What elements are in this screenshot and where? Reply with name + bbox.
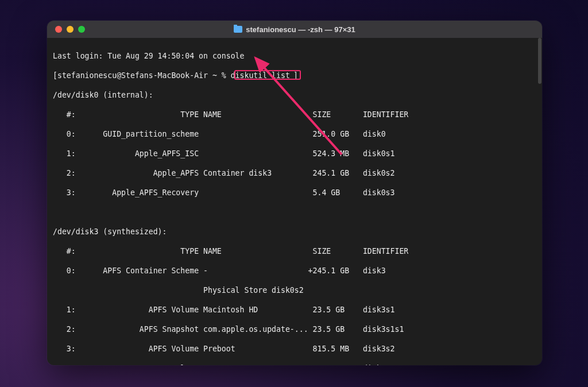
disk0-row-1: 1: Apple_APFS_ISC 524.3 MB disk0s1 xyxy=(53,149,536,158)
column-header-3: #: TYPE NAME SIZE IDENTIFIER xyxy=(53,246,536,256)
disk3-row-2: 2: APFS Snapshot com.apple.os.update-...… xyxy=(53,324,536,334)
prompt-line-1: [stefanionescu@Stefans-MacBook-Air ~ % d… xyxy=(53,71,536,80)
window-title: stefanionescu — -zsh — 97×31 xyxy=(47,25,542,34)
scrollbar-thumb[interactable] xyxy=(538,38,541,84)
blank-1 xyxy=(53,207,536,217)
title-label: stefanionescu — -zsh — 97×31 xyxy=(246,25,355,34)
disk3-row-3: 3: APFS Volume Preboot 815.5 MB disk3s2 xyxy=(53,344,536,354)
terminal-body[interactable]: Last login: Tue Aug 29 14:50:04 on conso… xyxy=(47,38,542,365)
disk0-header: /dev/disk0 (internal): xyxy=(53,90,536,100)
folder-icon xyxy=(234,26,242,33)
prompt-prefix: [stefanionescu@Stefans-MacBook-Air ~ % xyxy=(53,71,231,80)
scrollbar[interactable] xyxy=(538,38,541,364)
annotation-arrow-icon xyxy=(245,52,354,161)
disk3-physical-store: Physical Store disk0s2 xyxy=(53,285,536,295)
column-header-1: #: TYPE NAME SIZE IDENTIFIER xyxy=(53,110,536,119)
last-login-line: Last login: Tue Aug 29 14:50:04 on conso… xyxy=(53,51,536,61)
title-bar: stefanionescu — -zsh — 97×31 xyxy=(47,21,542,38)
disk0-row-0: 0: GUID_partition_scheme 251.0 GB disk0 xyxy=(53,129,536,139)
disk0-row-3: 3: Apple_APFS_Recovery 5.4 GB disk0s3 xyxy=(53,188,536,198)
disk0-row-2: 2: Apple_APFS Container disk3 245.1 GB d… xyxy=(53,168,536,178)
disk3-row-0: 0: APFS Container Scheme - +245.1 GB dis… xyxy=(53,266,536,276)
command-highlight-box xyxy=(234,70,301,80)
disk3-row-1: 1: APFS Volume Macintosh HD 23.5 GB disk… xyxy=(53,305,536,315)
disk3-header: /dev/disk3 (synthesized): xyxy=(53,227,536,237)
disk3-row-4: 4: APFS Volume Recovery 1.6 GB disk3s3 xyxy=(53,363,536,365)
terminal-window: stefanionescu — -zsh — 97×31 Last login:… xyxy=(47,21,542,365)
